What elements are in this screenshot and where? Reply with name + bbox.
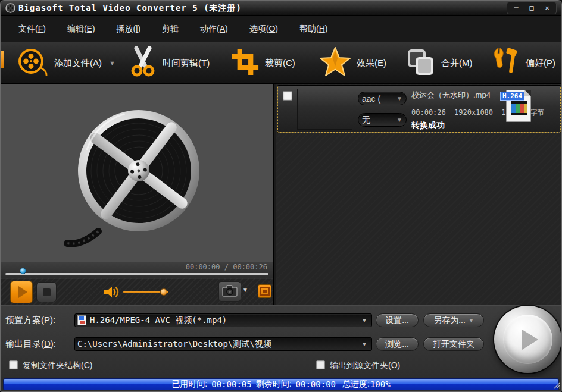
app-window: Bigasoft Total Video Converter 5 (未注册) —… bbox=[0, 0, 562, 392]
open-folder-label: 打开文件夹 bbox=[433, 339, 474, 350]
audio-track-dropdown[interactable]: aac ( ▼ bbox=[358, 92, 407, 105]
resize-grip[interactable] bbox=[553, 381, 560, 391]
effect-button[interactable]: 效果(E) bbox=[320, 42, 386, 84]
play-button[interactable] bbox=[10, 281, 33, 303]
close-button[interactable]: ✕ bbox=[539, 3, 555, 13]
menu-action[interactable]: 动作(A) bbox=[196, 22, 232, 36]
conversion-status: 转换成功 bbox=[411, 120, 445, 131]
output-dir-combobox[interactable]: C:\Users\Administrator\Desktop\测试\视频 ▼ bbox=[74, 337, 372, 351]
film-reel-graphic bbox=[61, 96, 216, 255]
window-controls: — □ ✕ bbox=[507, 2, 557, 14]
video-thumbnail bbox=[297, 89, 352, 130]
player-controls: ▼ bbox=[1, 278, 273, 305]
format-badge: H.264 bbox=[500, 92, 524, 101]
volume-slider[interactable] bbox=[123, 291, 168, 293]
snapshot-button[interactable] bbox=[218, 281, 241, 302]
fullscreen-button[interactable] bbox=[258, 284, 271, 298]
menu-bar: 文件(F) 编辑(E) 播放(l) 剪辑 动作(A) 选项(O) 帮助(H) bbox=[1, 16, 561, 42]
add-files-button[interactable]: 添加文件(A) ▼ bbox=[16, 42, 115, 84]
merge-button[interactable]: 合并(M) bbox=[405, 42, 473, 84]
preferences-button[interactable]: 偏好(P) bbox=[490, 42, 555, 84]
camera-icon bbox=[222, 284, 238, 299]
crop-icon bbox=[232, 48, 259, 79]
file-checkbox[interactable] bbox=[283, 91, 292, 101]
output-file-icon: H.264 bbox=[506, 90, 531, 122]
filmstrip-thumbnail bbox=[511, 101, 527, 115]
menu-edit[interactable]: 编辑(E) bbox=[64, 22, 99, 36]
browse-label: 浏览... bbox=[385, 339, 409, 350]
file-name: 校运会（无水印）.mp4 bbox=[411, 90, 491, 101]
play-icon bbox=[522, 330, 538, 350]
preset-format-icon bbox=[77, 315, 86, 325]
file-item[interactable]: aac ( ▼ 无 ▼ 校运会（无水印）.mp4 00:00:26 1920x1… bbox=[277, 86, 561, 133]
crop-button[interactable]: 裁剪(C) bbox=[232, 42, 295, 84]
app-logo-icon bbox=[5, 3, 15, 15]
seek-bar[interactable] bbox=[5, 273, 268, 275]
chevron-down-icon: ▼ bbox=[361, 317, 369, 324]
maximize-button[interactable]: □ bbox=[524, 3, 539, 13]
stop-icon bbox=[43, 288, 51, 296]
merge-icon bbox=[405, 47, 435, 79]
subtitle-value: 无 bbox=[362, 115, 370, 126]
elapsed-label: 已用时间: bbox=[171, 379, 207, 390]
crop-label: 裁剪(C) bbox=[265, 58, 295, 69]
effect-label: 效果(E) bbox=[357, 58, 386, 69]
speaker-icon[interactable] bbox=[103, 285, 119, 302]
progress-value: 100% bbox=[370, 380, 391, 389]
elapsed-time: 00:00:05 bbox=[211, 380, 251, 389]
chevron-down-icon: ▼ bbox=[109, 59, 115, 67]
progress-bar: 已用时间: 00:00:05 剩余时间: 00:00:00 总进度: 100% bbox=[3, 378, 559, 390]
remaining-label: 剩余时间: bbox=[256, 379, 292, 390]
scissors-icon bbox=[129, 46, 157, 80]
time-clip-button[interactable]: 时间剪辑(T) bbox=[129, 42, 210, 84]
menu-clip[interactable]: 剪辑 bbox=[158, 22, 182, 36]
menu-file[interactable]: 文件(F) bbox=[15, 22, 49, 36]
add-files-label: 添加文件(A) bbox=[54, 58, 102, 69]
window-title: Bigasoft Total Video Converter 5 (未注册) bbox=[18, 3, 242, 14]
film-reel-icon bbox=[16, 46, 48, 80]
open-folder-button[interactable]: 打开文件夹 bbox=[423, 337, 484, 351]
output-to-source-label: 输出到源文件夹(O) bbox=[330, 360, 400, 371]
save-as-button[interactable]: 另存为... ▼ bbox=[423, 313, 484, 327]
title-bar: Bigasoft Total Video Converter 5 (未注册) —… bbox=[1, 1, 561, 16]
audio-track-value: aac ( bbox=[362, 94, 380, 104]
status-bar: 已用时间: 00:00:05 剩余时间: 00:00:00 总进度: 100% bbox=[1, 377, 561, 392]
menu-help[interactable]: 帮助(H) bbox=[296, 22, 331, 36]
progress-label: 总进度: bbox=[342, 379, 370, 390]
main-area: 00:00:00 / 00:00:26 bbox=[1, 84, 561, 305]
output-to-source-checkbox[interactable] bbox=[316, 360, 325, 369]
menu-options[interactable]: 选项(O) bbox=[246, 22, 282, 36]
browse-button[interactable]: 浏览... bbox=[376, 337, 419, 351]
snapshot-dropdown-caret[interactable]: ▼ bbox=[242, 287, 248, 293]
chevron-down-icon: ▼ bbox=[469, 318, 474, 324]
video-preview-screen bbox=[1, 84, 273, 262]
stop-button[interactable] bbox=[36, 282, 57, 302]
subtitle-dropdown[interactable]: 无 ▼ bbox=[358, 113, 407, 127]
save-as-label: 另存为... bbox=[433, 315, 466, 326]
menu-play[interactable]: 播放(l) bbox=[113, 22, 144, 36]
toolbar: 添加文件(A) ▼ 时间剪辑(T) 裁剪(C) bbox=[1, 42, 561, 84]
chevron-down-icon: ▼ bbox=[361, 341, 369, 347]
convert-button[interactable] bbox=[494, 306, 561, 373]
volume-handle[interactable] bbox=[160, 288, 167, 296]
copy-structure-label: 复制文件夹结构(C) bbox=[23, 360, 92, 371]
copy-structure-checkbox[interactable] bbox=[9, 360, 18, 369]
time-clip-label: 时间剪辑(T) bbox=[163, 58, 210, 69]
chevron-down-icon: ▼ bbox=[396, 117, 402, 123]
page-fold bbox=[524, 90, 531, 96]
file-list: aac ( ▼ 无 ▼ 校运会（无水印）.mp4 00:00:26 1920x1… bbox=[276, 84, 562, 305]
output-dir-label: 输出目录(D): bbox=[5, 338, 56, 350]
star-icon bbox=[320, 47, 351, 79]
preferences-label: 偏好(P) bbox=[526, 58, 555, 69]
preset-combobox[interactable]: H.264/MPEG-4 AVC 视频(*.mp4) ▼ bbox=[74, 313, 372, 327]
time-display: 00:00:00 / 00:00:26 bbox=[186, 263, 267, 271]
remaining-time: 00:00:00 bbox=[296, 380, 336, 389]
fullscreen-icon bbox=[260, 287, 270, 296]
settings-button[interactable]: 设置... bbox=[376, 313, 419, 327]
seek-row: 00:00:00 / 00:00:26 bbox=[1, 262, 273, 278]
seek-handle[interactable] bbox=[20, 268, 26, 274]
output-panel: 预置方案(P): H.264/MPEG-4 AVC 视频(*.mp4) ▼ 设置… bbox=[1, 305, 561, 377]
minimize-button[interactable]: — bbox=[508, 3, 524, 13]
play-icon bbox=[18, 286, 27, 298]
preset-value: H.264/MPEG-4 AVC 视频(*.mp4) bbox=[90, 315, 227, 326]
